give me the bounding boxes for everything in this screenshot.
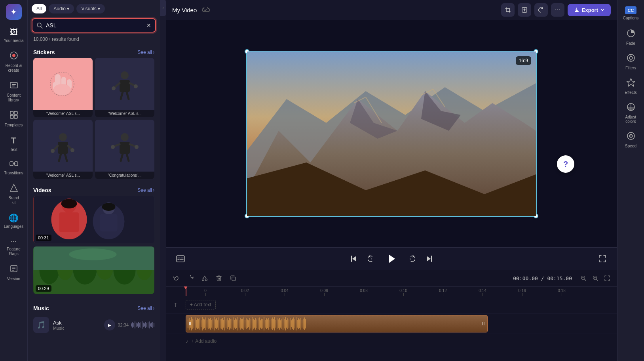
text-track-icon: T — [174, 302, 178, 308]
export-button[interactable]: Export — [568, 4, 611, 16]
right-sidebar-item-fade[interactable]: Fade — [619, 26, 642, 49]
svg-rect-95 — [217, 277, 221, 281]
sidebar-item-label: Text — [10, 147, 17, 152]
sticker-item-3[interactable]: "Welcome" ASL s... — [33, 120, 93, 179]
timeline-fit-button[interactable] — [602, 273, 612, 283]
search-input[interactable] — [46, 22, 143, 29]
svg-rect-98 — [232, 277, 236, 281]
tab-all[interactable]: All — [32, 4, 46, 13]
tab-audio[interactable]: Audio ▾ — [49, 4, 74, 13]
aspect-ratio-badge: 16:9 — [516, 56, 531, 65]
speed-icon — [627, 132, 635, 142]
svg-point-31 — [112, 86, 116, 90]
svg-point-91 — [202, 279, 204, 281]
sidebar-item-languages[interactable]: 🌐 Languages — [2, 210, 26, 232]
sidebar-item-feature-flags[interactable]: ··· FeatureFlags — [2, 234, 26, 260]
sticker-item-1[interactable]: "Welcome" ASL s... — [33, 58, 93, 117]
crop-button[interactable] — [501, 3, 515, 17]
svg-rect-9 — [10, 162, 13, 166]
svg-point-40 — [70, 148, 74, 152]
rotate-icon — [538, 7, 544, 13]
zoom-out-button[interactable] — [578, 273, 589, 283]
tab-visuals[interactable]: Visuals ▾ — [76, 4, 105, 13]
svg-point-25 — [53, 84, 71, 95]
sidebar-item-label: Record &create — [6, 63, 22, 73]
text-track-content: + Add text — [186, 296, 617, 313]
music-title: Music — [33, 305, 49, 311]
svg-rect-28 — [120, 80, 130, 92]
play-button[interactable] — [384, 251, 399, 267]
sidebar-item-transitions[interactable]: Transitions — [2, 157, 26, 179]
captions-button[interactable] — [174, 252, 187, 265]
stickers-see-all[interactable]: See all › — [137, 50, 154, 55]
right-sidebar-item-filters[interactable]: Filters — [619, 50, 642, 73]
music-subtitle-text: Music — [53, 326, 100, 330]
music-play-button[interactable]: ▶ — [104, 319, 115, 330]
videos-see-all[interactable]: See all › — [137, 187, 154, 193]
transform-icon — [521, 7, 528, 13]
sidebar-item-record-create[interactable]: Record &create — [2, 48, 26, 76]
svg-point-35 — [59, 133, 67, 141]
sidebar-item-version[interactable]: Version — [2, 261, 26, 285]
skip-forward-button[interactable] — [422, 252, 436, 265]
add-audio-row[interactable]: ♪ + Add audio — [166, 334, 617, 348]
stickers-section-header: Stickers See all › — [28, 45, 160, 58]
languages-icon: 🌐 — [9, 213, 19, 223]
video-canvas: 16:9 — [246, 51, 537, 217]
playhead[interactable] — [186, 287, 186, 296]
player-controls: 5 5 — [166, 247, 617, 270]
cut-button[interactable] — [199, 273, 210, 284]
undo-button[interactable] — [171, 273, 182, 284]
captions-icon — [176, 255, 185, 262]
skip-back-button[interactable] — [347, 252, 361, 265]
right-sidebar-item-adjust-colors[interactable]: Adjustcolors — [619, 99, 642, 127]
sidebar-item-brand[interactable]: Brandkit — [2, 180, 26, 208]
forward-5s-button[interactable]: 5 — [404, 252, 418, 265]
more-options-button[interactable]: ··· — [551, 3, 564, 17]
svg-line-33 — [121, 92, 123, 99]
app-logo[interactable]: ✦ — [6, 4, 22, 20]
video-item-2[interactable]: 00:29 — [33, 246, 154, 294]
delete-button[interactable] — [213, 273, 224, 284]
right-sidebar-item-effects[interactable]: Effects — [619, 75, 642, 98]
ruler-mark: 0:08 — [344, 288, 384, 296]
forward-icon: 5 — [407, 255, 415, 263]
collapse-panel-button[interactable]: ‹ — [160, 0, 166, 16]
music-controls: ▶ 02:34 — [104, 319, 154, 330]
right-sidebar-item-speed[interactable]: Speed — [619, 128, 642, 151]
redo-button[interactable] — [185, 273, 196, 284]
sidebar-item-text[interactable]: T Text — [2, 132, 26, 155]
fullscreen-button[interactable] — [596, 252, 609, 265]
copy-button[interactable] — [228, 273, 239, 284]
video-item-1[interactable]: 00:31 — [33, 196, 154, 243]
sidebar-item-templates[interactable]: Templates — [2, 107, 26, 131]
zoom-in-button[interactable] — [590, 273, 600, 283]
player-left — [174, 252, 187, 265]
svg-rect-5 — [10, 111, 13, 115]
templates-icon — [9, 111, 18, 121]
rotate-button[interactable] — [534, 3, 548, 17]
zoom-in-icon — [593, 275, 598, 281]
sidebar-item-content-library[interactable]: Contentlibrary — [2, 78, 26, 106]
add-text-button[interactable]: + Add text — [186, 300, 216, 309]
transform-button[interactable] — [518, 3, 531, 17]
help-button[interactable]: ? — [557, 155, 574, 173]
music-see-all[interactable]: See all › — [137, 306, 154, 311]
svg-point-32 — [134, 84, 138, 88]
sidebar-item-your-media[interactable]: 🖼 Your media — [2, 25, 26, 46]
crop-icon — [505, 7, 511, 13]
search-clear-button[interactable]: ✕ — [146, 22, 151, 29]
search-panel: All Audio ▾ Visuals ▾ ✕ 10,000+ results … — [28, 0, 160, 361]
sticker-label-4: "Congratulations"... — [95, 172, 154, 179]
video-track-clip[interactable]: ⏸ ⏸ — [186, 315, 488, 332]
sticker-item-2[interactable]: "Welcome" ASL s... — [95, 58, 154, 117]
right-sidebar-label: Filters — [625, 66, 636, 70]
sidebar-item-label: Version — [7, 277, 20, 281]
sidebar-item-label: Languages — [4, 224, 24, 229]
filter-tabs: All Audio ▾ Visuals ▾ — [28, 0, 160, 16]
captions-badge[interactable]: CC — [625, 6, 637, 14]
music-item-1[interactable]: 🎵 Ask Music ▶ 02:34 — [28, 314, 160, 336]
sticker-item-4[interactable]: "Congratulations"... — [95, 120, 154, 179]
svg-point-69 — [69, 248, 117, 260]
rewind-5s-button[interactable]: 5 — [365, 252, 379, 265]
